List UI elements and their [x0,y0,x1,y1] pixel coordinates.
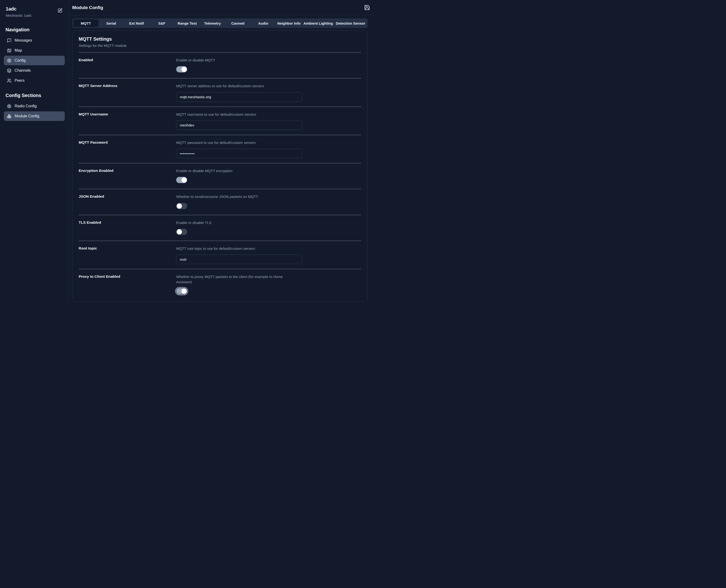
gear-icon [7,104,12,108]
sidebar-item-peers[interactable]: Peers [4,76,65,85]
settings-row: Proxy to Client Enabled Whether to proxy… [79,269,361,300]
edit-icon [58,8,62,13]
tab-ext-notif[interactable]: Ext Notif [124,19,149,27]
sidebar-item-module-config[interactable]: Module Config [4,111,65,121]
page-header: Module Config [69,0,375,15]
setting-description: MQTT server address to use for default/c… [176,83,289,88]
sidebar-item-label: Peers [15,78,25,83]
setting-description: Whether to proxy MQTT packets to the cli… [176,274,289,285]
enabled-toggle[interactable] [176,66,187,72]
settings-row: MQTT Server Address MQTT server address … [79,78,361,107]
sidebar: 1adc Meshtastic 1adc Navigation Messages [0,0,69,303]
root-topic-input[interactable] [176,255,302,264]
message-square-icon [7,38,12,43]
main-area: Module Config MQTT Serial Ext Notif S&F … [69,0,375,303]
users-icon [7,78,12,83]
setting-description: MQTT username to use for default/custom … [176,112,289,117]
panel-subtitle: Settings for the MQTT module [79,43,361,47]
setting-label: Root topic [79,246,176,264]
map-icon [7,48,12,53]
setting-description: Enable or disable MQTT [176,58,289,63]
mqtt-password-input[interactable] [176,149,302,158]
setting-label: MQTT Password [79,140,176,158]
tab-telemetry[interactable]: Telemetry [200,19,225,27]
config-sections-heading: Config Sections [5,93,63,98]
panel-title: MQTT Settings [79,36,361,42]
settings-row: Enabled Enable or disable MQTT [79,52,361,78]
main-body: MQTT Serial Ext Notif S&F Range Test Tel… [69,15,375,303]
tls-enabled-toggle[interactable] [176,229,187,235]
setting-label: Enabled [79,58,176,74]
tab-ambient-lighting[interactable]: Ambient Lighting [302,19,334,27]
sidebar-item-label: Module Config [15,114,39,118]
mqtt-username-input[interactable] [176,121,302,130]
setting-description: MQTT password to use for default/custom … [176,140,289,145]
settings-row: MQTT Username MQTT username to use for d… [79,107,361,135]
settings-row: TLS Enabled Enable or disable TLS [79,215,361,241]
tab-neighbor-info[interactable]: Neighbor Info [276,19,302,27]
settings-row: MQTT Password MQTT password to use for d… [79,135,361,163]
nav-heading: Navigation [5,27,63,33]
toggle-knob [182,177,187,183]
sidebar-item-label: Config [15,58,26,63]
sidebar-item-label: Radio Config [15,104,37,108]
settings-row: Root topic MQTT root topic to use for de… [79,241,361,269]
layers-icon [7,68,12,73]
device-header: 1adc Meshtastic 1adc [0,0,69,19]
boxes-icon [7,114,12,119]
setting-description: Enable or disable MQTT encryption [176,168,289,173]
sidebar-item-label: Channels [15,68,31,73]
setting-label: MQTT Server Address [79,83,176,102]
tab-canned[interactable]: Canned [225,19,251,27]
sidebar-item-config[interactable]: Config [4,56,65,65]
toggle-knob [177,229,182,234]
toggle-knob [182,67,187,72]
edit-device-button[interactable] [57,8,63,14]
sidebar-item-label: Map [15,48,22,52]
setting-label: TLS Enabled [79,220,176,236]
settings-row: JSON Enabled Whether to send/consume JSO… [79,189,361,215]
setting-label: Encryption Enabled [79,168,176,184]
sidebar-item-map[interactable]: Map [4,46,65,55]
tab-range-test[interactable]: Range Test [174,19,200,27]
device-name: 1adc [6,6,32,12]
tab-detection-sensor[interactable]: Detection Sensor [334,19,367,27]
save-button[interactable] [364,4,371,11]
setting-label: MQTT Username [79,112,176,130]
sidebar-item-channels[interactable]: Channels [4,66,65,75]
toggle-knob [177,204,182,209]
encryption-enabled-toggle[interactable] [176,177,187,183]
settings-row: Encryption Enabled Enable or disable MQT… [79,163,361,189]
proxy-to-client-toggle[interactable] [176,288,187,294]
setting-label: Proxy to Client Enabled [79,274,176,295]
mqtt-server-address-input[interactable] [176,92,302,102]
setting-description: Whether to send/consume JSON packets on … [176,194,289,199]
sidebar-item-messages[interactable]: Messages [4,36,65,45]
sidebar-item-label: Messages [15,38,32,43]
toggle-knob [182,289,187,294]
mqtt-settings-panel: MQTT Settings Settings for the MQTT modu… [72,30,368,302]
panel-head: MQTT Settings Settings for the MQTT modu… [79,30,361,52]
gear-icon [7,58,12,63]
json-enabled-toggle[interactable] [176,203,187,209]
setting-description: MQTT root topic to use for default/custo… [176,246,289,251]
sidebar-item-radio-config[interactable]: Radio Config [4,101,65,111]
tab-sf[interactable]: S&F [149,19,174,27]
page-title: Module Config [72,5,103,10]
save-icon [364,4,370,10]
module-tabbar: MQTT Serial Ext Notif S&F Range Test Tel… [72,18,368,28]
tab-serial[interactable]: Serial [99,19,124,27]
setting-label: JSON Enabled [79,194,176,210]
setting-description: Enable or disable TLS [176,220,289,225]
tab-audio[interactable]: Audio [251,19,276,27]
tab-mqtt[interactable]: MQTT [73,19,99,27]
device-subtitle: Meshtastic 1adc [6,14,32,18]
